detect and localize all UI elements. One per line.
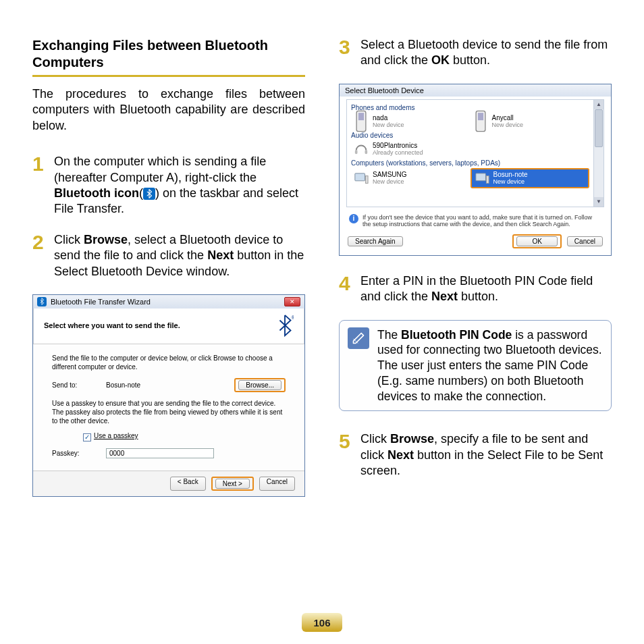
category-phones: Phones and modems — [351, 104, 589, 111]
sendto-value: Bosun-note — [106, 381, 221, 389]
bluetooth-icon — [143, 188, 155, 200]
next-button[interactable]: Next > — [215, 479, 250, 489]
step-number-1: 1 — [32, 154, 47, 174]
step-4-body: Enter a PIN in the Bluetooth PIN Code fi… — [360, 273, 612, 305]
phone-icon — [354, 114, 369, 129]
device-samsung[interactable]: SAMSUNGNew device — [351, 168, 471, 188]
back-button[interactable]: < Back — [170, 477, 206, 491]
browse-button[interactable]: Browse... — [238, 380, 281, 390]
device-590plantronics[interactable]: 590PlantronicsAlready connected — [351, 140, 471, 158]
step-2-body: Click Browse, select a Bluetooth device … — [54, 232, 305, 279]
svg-text:®: ® — [291, 315, 294, 319]
step-number-3: 3 — [339, 37, 354, 57]
computer-icon — [475, 171, 489, 186]
step-number-5: 5 — [339, 431, 354, 452]
step-1: 1 On the computer which is sending a fil… — [32, 154, 305, 217]
intro-text: The procedures to exchange files between… — [32, 86, 305, 134]
bluetooth-wizard-dialog: Bluetooth File Transfer Wizard ✕ Select … — [32, 294, 305, 497]
device-nada[interactable]: nadaNew device — [351, 113, 471, 130]
title-divider — [32, 75, 305, 77]
wizard-instruction-2: Use a passkey to ensure that you are sen… — [52, 399, 286, 425]
use-passkey-label: Use a passkey — [94, 432, 138, 439]
scroll-up-icon[interactable]: ▲ — [594, 100, 603, 109]
close-button[interactable]: ✕ — [284, 297, 300, 306]
step-3-body: Select a Bluetooth device to send the fi… — [360, 37, 612, 69]
step-2: 2 Click Browse, select a Bluetooth devic… — [32, 232, 305, 279]
search-again-button[interactable]: Search Again — [348, 236, 403, 246]
scrollbar[interactable]: ▲ ▼ — [593, 99, 604, 207]
svg-rect-6 — [365, 150, 368, 154]
category-computers: Computers (workstations, servers, laptop… — [351, 159, 589, 167]
note-box: The Bluetooth PIN Code is a password use… — [339, 320, 612, 412]
wizard-title: Bluetooth File Transfer Wizard — [51, 298, 151, 306]
bluetooth-icon — [37, 297, 47, 306]
highlight-selected-device: Bosun-noteNew device — [471, 168, 590, 188]
highlight-browse: Browse... — [234, 378, 286, 392]
cancel-button[interactable]: Cancel — [259, 477, 295, 491]
device-list: Phones and modems nadaNew device Anycall… — [346, 99, 593, 207]
device-bosun-note[interactable]: Bosun-noteNew device — [472, 169, 589, 187]
category-audio: Audio devices — [351, 132, 589, 139]
highlight-ok: OK — [512, 234, 561, 248]
scroll-down-icon[interactable]: ▼ — [594, 197, 603, 207]
cancel-button[interactable]: Cancel — [567, 236, 603, 246]
svg-rect-2 — [358, 113, 364, 120]
wizard-instruction-1: Send the file to the computer or device … — [52, 354, 286, 371]
svg-rect-10 — [486, 176, 489, 183]
page-number-badge: 106 — [302, 613, 342, 632]
step-number-2: 2 — [32, 232, 47, 252]
note-icon — [348, 327, 369, 349]
dialog2-info-text: If you don't see the device that you wan… — [363, 214, 601, 227]
page-number: 106 — [302, 613, 342, 632]
svg-rect-4 — [477, 113, 483, 120]
svg-rect-7 — [355, 173, 365, 180]
step-number-4: 4 — [339, 273, 354, 294]
info-icon: i — [349, 214, 358, 223]
bluetooth-logo: ® — [273, 314, 296, 337]
wizard-header: Select where you want to send the file. … — [33, 308, 304, 344]
device-anycall[interactable]: AnycallNew device — [471, 113, 590, 130]
headset-icon — [354, 142, 369, 157]
select-bluetooth-device-dialog: Select Bluetooth Device Phones and modem… — [339, 84, 612, 256]
wizard-titlebar: Bluetooth File Transfer Wizard ✕ — [33, 295, 304, 308]
note-text: The Bluetooth PIN Code is a password use… — [377, 327, 603, 404]
step-5: 5 Click Browse, specify a file to be sen… — [339, 431, 612, 479]
svg-rect-9 — [475, 173, 485, 180]
step-5-body: Click Browse, specify a file to be sent … — [360, 431, 612, 479]
phone-icon — [473, 114, 488, 129]
scroll-thumb[interactable] — [595, 109, 603, 147]
page-title: Exchanging Files between Bluetooth Compu… — [32, 37, 305, 71]
highlight-next: Next > — [211, 477, 254, 491]
use-passkey-checkbox[interactable] — [83, 433, 91, 441]
passkey-input[interactable]: 0000 — [106, 448, 214, 458]
step-4: 4 Enter a PIN in the Bluetooth PIN Code … — [339, 273, 612, 305]
dialog2-title: Select Bluetooth Device — [340, 84, 611, 97]
sendto-label: Send to: — [52, 381, 92, 389]
ok-button[interactable]: OK — [516, 236, 557, 246]
passkey-label: Passkey: — [52, 450, 92, 457]
step-1-body: On the computer which is sending a file … — [54, 154, 305, 217]
step-3: 3 Select a Bluetooth device to send the … — [339, 37, 612, 69]
svg-rect-8 — [365, 176, 368, 183]
svg-rect-5 — [355, 150, 358, 154]
computer-icon — [354, 171, 369, 186]
